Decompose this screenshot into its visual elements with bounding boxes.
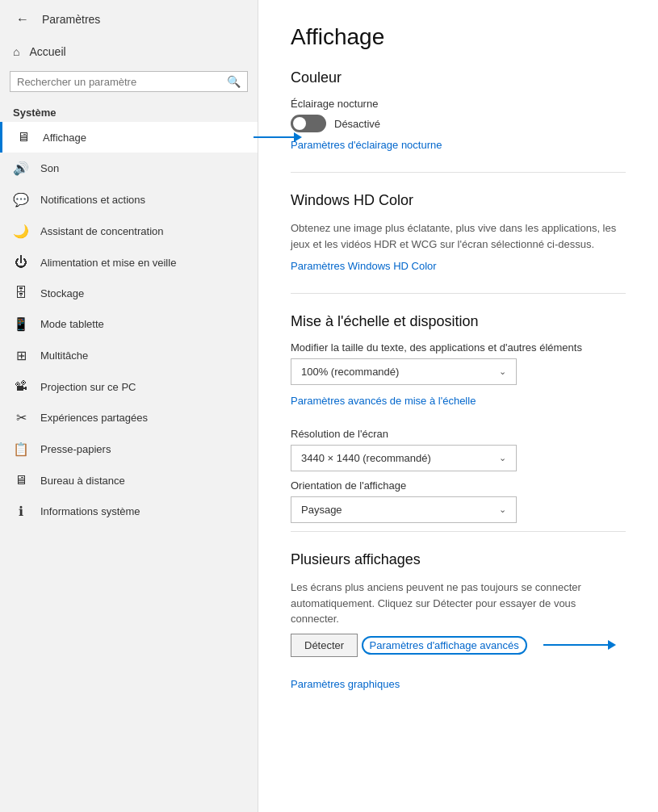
sidebar-item-projection[interactable]: 📽 Projection sur ce PC bbox=[0, 371, 258, 402]
search-box: 🔍 bbox=[10, 71, 248, 92]
advanced-display-link[interactable]: Paramètres d'affichage avancés bbox=[362, 636, 527, 655]
storage-icon: 🗄 bbox=[13, 286, 29, 300]
info-icon: ℹ bbox=[13, 504, 29, 519]
nav-label-alimentation: Alimentation et mise en veille bbox=[40, 257, 176, 269]
sidebar-item-alimentation[interactable]: ⏻ Alimentation et mise en veille bbox=[0, 247, 258, 278]
sidebar-item-notifications[interactable]: 💬 Notifications et actions bbox=[0, 184, 258, 216]
projection-icon: 📽 bbox=[13, 379, 29, 394]
sidebar-item-assistant[interactable]: 🌙 Assistant de concentration bbox=[0, 216, 258, 247]
sidebar-item-informations[interactable]: ℹ Informations système bbox=[0, 496, 258, 527]
accueil-label: Accueil bbox=[29, 45, 65, 58]
couleur-section-title: Couleur bbox=[291, 69, 626, 86]
arrow-line bbox=[543, 644, 608, 646]
sidebar-item-accueil[interactable]: ⌂ Accueil bbox=[0, 39, 258, 65]
nav-label-presse: Presse-papiers bbox=[40, 443, 111, 455]
home-icon: ⌂ bbox=[13, 45, 19, 58]
orientation-dropdown-wrapper: Paysage ⌄ bbox=[291, 496, 626, 523]
nav-label-tablette: Mode tablette bbox=[40, 318, 104, 330]
sidebar-header: ← Paramètres bbox=[0, 0, 258, 39]
taille-dropdown-wrapper: 100% (recommandé) ⌄ bbox=[291, 358, 626, 385]
sidebar: ← Paramètres ⌂ Accueil 🔍 Système 🖥 Affic… bbox=[0, 0, 258, 812]
resolution-label: Résolution de l'écran bbox=[291, 428, 626, 440]
taille-chevron-icon: ⌄ bbox=[499, 366, 506, 377]
taille-label: Modifier la taille du texte, des applica… bbox=[291, 341, 626, 354]
hd-color-params-link[interactable]: Paramètres Windows HD Color bbox=[291, 260, 437, 272]
assistant-icon: 🌙 bbox=[13, 224, 29, 239]
hd-color-section-title: Windows HD Color bbox=[291, 192, 626, 209]
nav-label-projection: Projection sur ce PC bbox=[40, 381, 136, 393]
display-icon: 🖥 bbox=[15, 130, 31, 144]
eclairage-params-link[interactable]: Paramètres d'éclairage nocturne bbox=[291, 139, 442, 151]
tablet-icon: 📱 bbox=[13, 316, 29, 332]
sidebar-item-tablette[interactable]: 📱 Mode tablette bbox=[0, 308, 258, 340]
sidebar-item-multitache[interactable]: ⊞ Multitâche bbox=[0, 340, 258, 371]
sidebar-item-stockage[interactable]: 🗄 Stockage bbox=[0, 278, 258, 308]
active-arrow bbox=[254, 132, 302, 142]
orientation-dropdown[interactable]: Paysage ⌄ bbox=[291, 496, 517, 523]
remote-icon: 🖥 bbox=[13, 473, 29, 488]
search-input[interactable] bbox=[17, 76, 222, 88]
taille-dropdown[interactable]: 100% (recommandé) ⌄ bbox=[291, 358, 517, 385]
echelle-params-link[interactable]: Paramètres avancés de mise à l'échelle bbox=[291, 395, 476, 407]
resolution-dropdown-wrapper: 3440 × 1440 (recommandé) ⌄ bbox=[291, 445, 626, 471]
graphique-link[interactable]: Paramètres graphiques bbox=[291, 678, 400, 690]
orientation-chevron-icon: ⌄ bbox=[499, 504, 506, 515]
back-button[interactable]: ← bbox=[13, 9, 32, 30]
arrow-line bbox=[254, 136, 294, 138]
resolution-chevron-icon: ⌄ bbox=[499, 453, 506, 463]
nav-label-bureau: Bureau à distance bbox=[40, 475, 125, 487]
advanced-link-container: Paramètres d'affichage avancés bbox=[362, 636, 527, 655]
plusieurs-description: Les écrans plus anciens peuvent ne pas t… bbox=[291, 580, 626, 627]
echelle-section-title: Mise à l'échelle et disposition bbox=[291, 313, 626, 330]
sidebar-item-bureau[interactable]: 🖥 Bureau à distance bbox=[0, 465, 258, 496]
main-content: Affichage Couleur Éclairage nocturne Dés… bbox=[258, 0, 658, 812]
orientation-label: Orientation de l'affichage bbox=[291, 479, 626, 492]
power-icon: ⏻ bbox=[13, 255, 29, 270]
resolution-dropdown-value: 3440 × 1440 (recommandé) bbox=[301, 452, 431, 464]
clipboard-icon: 📋 bbox=[13, 442, 29, 457]
taille-dropdown-value: 100% (recommandé) bbox=[301, 366, 399, 378]
plusieurs-section-title: Plusieurs affichages bbox=[291, 551, 626, 568]
nav-label-assistant: Assistant de concentration bbox=[40, 225, 163, 237]
notifications-icon: 💬 bbox=[13, 192, 29, 207]
orientation-dropdown-value: Paysage bbox=[301, 504, 342, 516]
advanced-link-arrow bbox=[543, 640, 616, 650]
eclairage-toggle[interactable] bbox=[291, 115, 326, 132]
experiences-icon: ✂ bbox=[13, 410, 29, 425]
page-title: Affichage bbox=[291, 24, 626, 50]
divider-hd bbox=[291, 293, 626, 294]
sidebar-title: Paramètres bbox=[42, 13, 100, 26]
resolution-dropdown[interactable]: 3440 × 1440 (recommandé) ⌄ bbox=[291, 445, 517, 471]
nav-label-stockage: Stockage bbox=[40, 287, 84, 299]
nav-label-notifications: Notifications et actions bbox=[40, 194, 145, 206]
divider-couleur bbox=[291, 172, 626, 173]
sidebar-item-son[interactable]: 🔊 Son bbox=[0, 153, 258, 184]
nav-label-informations: Informations système bbox=[40, 505, 140, 517]
arrow-head bbox=[294, 132, 302, 142]
sidebar-item-affichage[interactable]: 🖥 Affichage bbox=[0, 122, 258, 153]
search-icon: 🔍 bbox=[227, 75, 241, 88]
nav-label-multitache: Multitâche bbox=[40, 349, 88, 362]
sound-icon: 🔊 bbox=[13, 161, 29, 176]
sidebar-item-experiences[interactable]: ✂ Expériences partagées bbox=[0, 402, 258, 433]
divider-echelle bbox=[291, 531, 626, 532]
eclairage-label: Éclairage nocturne bbox=[291, 98, 626, 110]
toggle-state-label: Désactivé bbox=[334, 118, 380, 130]
nav-label-affichage: Affichage bbox=[43, 132, 86, 144]
multitache-icon: ⊞ bbox=[13, 348, 29, 363]
nav-label-experiences: Expériences partagées bbox=[40, 412, 148, 424]
arrow-head bbox=[608, 640, 616, 650]
back-icon: ← bbox=[16, 12, 29, 27]
hd-color-description: Obtenez une image plus éclatante, plus v… bbox=[291, 220, 626, 252]
toggle-row: Désactivé bbox=[291, 115, 626, 132]
detect-button[interactable]: Détecter bbox=[291, 634, 358, 657]
sidebar-item-presse[interactable]: 📋 Presse-papiers bbox=[0, 433, 258, 465]
search-button[interactable]: 🔍 bbox=[227, 75, 241, 88]
system-section-label: Système bbox=[0, 98, 258, 122]
nav-label-son: Son bbox=[40, 162, 59, 174]
